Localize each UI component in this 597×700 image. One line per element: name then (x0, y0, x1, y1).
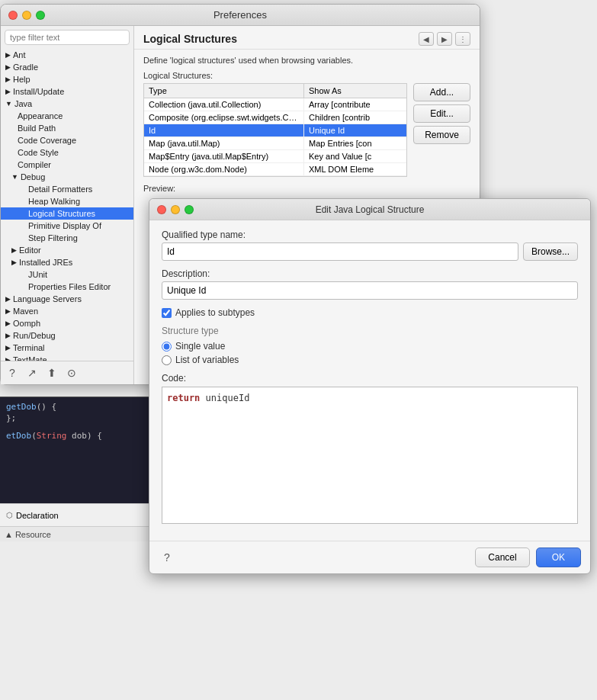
sidebar: ▶Ant ▶Gradle ▶Help ▶Install/Update ▼Java… (1, 26, 134, 384)
table-row[interactable]: Node (org.w3c.dom.Node) XML DOM Eleme (144, 163, 406, 176)
table-header: Type Show As (144, 84, 406, 98)
browse-button[interactable]: Browse... (523, 242, 578, 261)
back-button[interactable]: ◀ (419, 32, 434, 46)
cell-show: Map Entries [con (304, 137, 406, 149)
col-type-header: Type (144, 84, 304, 98)
single-value-label: Single value (175, 341, 225, 352)
sidebar-item-compiler[interactable]: Compiler (1, 159, 133, 171)
traffic-lights (8, 11, 45, 20)
single-value-row: Single value (162, 341, 578, 352)
title-bar: Preferences (1, 5, 480, 26)
share-icon[interactable]: ↗ (24, 364, 40, 381)
applies-to-subtypes-checkbox[interactable] (162, 308, 172, 318)
sidebar-item-terminal[interactable]: ▶Terminal (1, 342, 133, 354)
cell-type: Collection (java.util.Collection) (144, 98, 304, 111)
sidebar-item-junit[interactable]: JUnit (1, 268, 133, 281)
declaration-panel: ⬡ Declaration (0, 503, 149, 526)
logical-structures-table: Type Show As Collection (java.util.Colle… (143, 83, 407, 177)
sidebar-item-codecoverage[interactable]: Code Coverage (1, 134, 133, 146)
qualified-type-name-input[interactable] (162, 242, 518, 261)
sidebar-item-java[interactable]: ▼Java (1, 98, 133, 110)
structure-type-label: Structure type (162, 326, 578, 336)
description-input[interactable] (162, 281, 578, 300)
maximize-button[interactable] (36, 11, 45, 20)
code-editor-content: getDob() { }; etDob(String dob) { (0, 397, 149, 445)
cell-type: Node (org.w3c.dom.Node) (144, 163, 304, 175)
edit-button[interactable]: Edit... (413, 104, 470, 123)
content-header: Logical Structures ◀ ▶ ⋮ (134, 26, 480, 50)
code-editor-spacer (6, 425, 143, 431)
list-of-variables-label: List of variables (175, 355, 239, 365)
sidebar-item-logicalstructures[interactable]: Logical Structures (1, 207, 133, 220)
table-row-selected[interactable]: Id Unique Id (144, 124, 406, 137)
sidebar-item-help[interactable]: ▶Help (1, 73, 133, 85)
spinner-icon[interactable]: ⊙ (63, 364, 80, 381)
cell-type: Composite (org.eclipse.swt.widgets.Com (144, 111, 304, 124)
resource-arrow-icon: ▲ (5, 530, 13, 539)
dialog-maximize-button[interactable] (185, 205, 194, 214)
export-icon[interactable]: ⬆ (43, 364, 60, 381)
sidebar-item-debug[interactable]: ▼Debug (1, 171, 133, 183)
menu-button[interactable]: ⋮ (455, 32, 470, 46)
cancel-button[interactable]: Cancel (475, 547, 529, 567)
sidebar-item-languageservers[interactable]: ▶Language Servers (1, 293, 133, 305)
code-section: Code: return uniqueId (162, 373, 578, 524)
sidebar-item-detailformatters[interactable]: Detail Formatters (1, 183, 133, 195)
edit-dialog-body: Qualified type name: Browse... Descripti… (149, 220, 590, 541)
dialog-help-icon[interactable]: ? (159, 549, 175, 566)
sidebar-item-primitivedisplay[interactable]: Primitive Display Of (1, 220, 133, 232)
tree: ▶Ant ▶Gradle ▶Help ▶Install/Update ▼Java… (1, 49, 133, 361)
structure-type-section: Structure type Single value List of vari… (162, 326, 578, 365)
sidebar-item-ant[interactable]: ▶Ant (1, 49, 133, 61)
forward-button[interactable]: ▶ (437, 32, 452, 46)
remove-button[interactable]: Remove (413, 126, 470, 144)
resource-label: Resource (15, 530, 51, 539)
add-button[interactable]: Add... (413, 83, 470, 101)
single-value-radio[interactable] (162, 342, 172, 352)
sidebar-bottom: ? ↗ ⬆ ⊙ (1, 361, 133, 384)
sidebar-item-editor[interactable]: ▶Editor (1, 244, 133, 256)
sidebar-item-codestyle[interactable]: Code Style (1, 146, 133, 159)
sidebar-item-oomph[interactable]: ▶Oomph (1, 317, 133, 329)
col-show-header: Show As (304, 84, 406, 98)
list-of-variables-radio[interactable] (162, 355, 172, 365)
sidebar-item-rundebug[interactable]: ▶Run/Debug (1, 329, 133, 342)
cell-type: Map (java.util.Map) (144, 137, 304, 149)
sidebar-item-gradle[interactable]: ▶Gradle (1, 61, 133, 73)
table-row[interactable]: Map (java.util.Map) Map Entries [con (144, 137, 406, 150)
table-action-buttons: Add... Edit... Remove (413, 83, 470, 177)
sidebar-item-maven[interactable]: ▶Maven (1, 305, 133, 317)
description-text: Define 'logical structures' used when br… (143, 56, 470, 65)
code-editor-line2: }; (6, 413, 143, 423)
edit-dialog-titlebar: Edit Java Logical Structure (149, 199, 590, 220)
sidebar-item-heapwalking[interactable]: Heap Walking (1, 195, 133, 207)
help-icon[interactable]: ? (4, 364, 21, 381)
sidebar-item-appearance[interactable]: Appearance (1, 110, 133, 122)
table-row[interactable]: Composite (org.eclipse.swt.widgets.Com C… (144, 111, 406, 124)
filter-input[interactable] (5, 30, 130, 45)
minimize-button[interactable] (22, 11, 31, 20)
applies-to-subtypes-label: Applies to subtypes (175, 307, 255, 318)
code-editor[interactable]: return uniqueId (162, 387, 578, 524)
dialog-close-button[interactable] (157, 205, 166, 214)
page-title: Logical Structures (143, 33, 237, 45)
dialog-title: Edit Java Logical Structure (316, 204, 425, 215)
sidebar-item-stepfiltering[interactable]: Step Filtering (1, 232, 133, 244)
table-row[interactable]: Map$Entry (java.util.Map$Entry) Key and … (144, 150, 406, 163)
sidebar-item-buildpath[interactable]: Build Path (1, 122, 133, 134)
sidebar-item-installedjres[interactable]: ▶Installed JREs (1, 256, 133, 268)
table-row[interactable]: Collection (java.util.Collection) Array … (144, 98, 406, 111)
dialog-minimize-button[interactable] (171, 205, 180, 214)
sidebar-item-installupdatE[interactable]: ▶Install/Update (1, 85, 133, 98)
sidebar-item-propertiesfiles[interactable]: Properties Files Editor (1, 281, 133, 293)
applies-to-subtypes-row: Applies to subtypes (162, 307, 578, 318)
dialog-footer: ? Cancel OK (149, 541, 590, 573)
ok-button[interactable]: OK (536, 547, 581, 567)
footer-left: ? (159, 549, 175, 566)
preview-section: Preview: (143, 183, 470, 194)
cell-show: Array [contribute (304, 98, 406, 111)
logical-structures-container: Type Show As Collection (java.util.Colle… (143, 83, 470, 177)
close-button[interactable] (8, 11, 18, 20)
cell-show: XML DOM Eleme (304, 163, 406, 175)
sidebar-item-textmate[interactable]: ▶TextMate (1, 354, 133, 361)
